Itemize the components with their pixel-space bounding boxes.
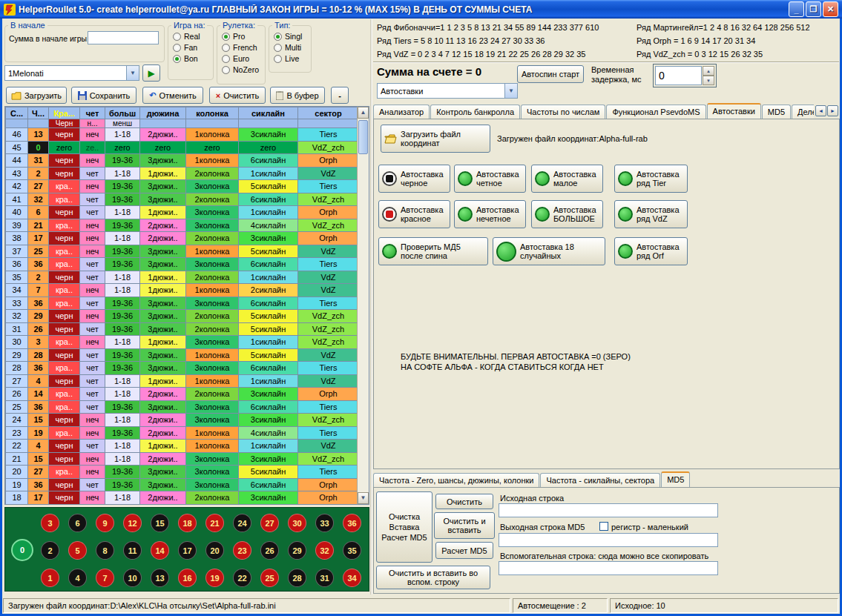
tab-division[interactable]: Делени bbox=[792, 105, 814, 119]
radio-euro[interactable]: Euro bbox=[222, 54, 263, 63]
md5-clear-button[interactable]: Очистить bbox=[435, 494, 493, 509]
delay-value[interactable]: 0 bbox=[655, 66, 702, 85]
tabs-scroll-right-button[interactable]: ► bbox=[827, 105, 838, 116]
save-button[interactable]: Сохранить bbox=[71, 87, 137, 104]
tab-autobets[interactable]: Автоставки bbox=[707, 103, 761, 119]
autobet-row-vdz-button[interactable]: Автоставка ряд VdZ bbox=[614, 200, 688, 228]
autospin-start-button[interactable]: Автоспин старт bbox=[517, 65, 584, 83]
tabs-scroll-left-button[interactable]: ◄ bbox=[815, 105, 826, 116]
history-row[interactable]: 3725кра..неч19-363дюжи..1колонка5сиклайн… bbox=[6, 245, 359, 258]
radio-pro[interactable]: Pro bbox=[222, 32, 263, 41]
tab-md5[interactable]: MD5 bbox=[762, 105, 791, 119]
check-md5-after-spin-button[interactable]: Проверить МД5 после спина bbox=[378, 237, 488, 265]
spinner-up-arrow[interactable]: ▲ bbox=[703, 66, 714, 76]
board-number-10[interactable]: 10 bbox=[123, 569, 142, 587]
start-button[interactable]: ▶ bbox=[142, 64, 160, 82]
history-row[interactable]: 2415черннеч1-182дюжи..3колонка3сиклайнVd… bbox=[6, 414, 359, 427]
board-number-19[interactable]: 19 bbox=[205, 569, 224, 587]
board-number-13[interactable]: 13 bbox=[151, 569, 169, 587]
board-number-6[interactable]: 6 bbox=[68, 514, 87, 532]
autobet-odd-button[interactable]: Автоставка нечетное bbox=[454, 200, 526, 228]
radio-singl[interactable]: Singl bbox=[274, 32, 309, 41]
history-row[interactable]: 2027кра..неч19-363дюжи..3колонка5сиклайн… bbox=[6, 466, 359, 479]
copy-to-buffer-button[interactable]: В буфер bbox=[270, 87, 325, 104]
tab-freq-zero-chances[interactable]: Частота - Zero, шансы, дюжины, колонки bbox=[373, 473, 539, 487]
delay-spinner[interactable]: 0 ▲ ▼ bbox=[653, 64, 717, 87]
history-row[interactable]: 3817черннеч1-182дюжи..2колонка3сиклайнOr… bbox=[6, 232, 359, 245]
preset-combobox[interactable]: 1Melonati ▼ bbox=[4, 65, 139, 81]
minimize-button[interactable]: _ bbox=[789, 1, 804, 17]
board-number-7[interactable]: 7 bbox=[96, 569, 114, 587]
radio-bon[interactable]: Bon bbox=[173, 54, 211, 63]
board-number-28[interactable]: 28 bbox=[288, 569, 306, 587]
board-number-29[interactable]: 29 bbox=[288, 541, 306, 560]
scroll-down-arrow[interactable]: ▼ bbox=[358, 492, 369, 504]
board-number-23[interactable]: 23 bbox=[233, 541, 251, 560]
board-number-9[interactable]: 9 bbox=[96, 514, 114, 532]
board-number-17[interactable]: 17 bbox=[178, 541, 197, 560]
tab-freq-sixlines-sectors[interactable]: Частота - сиклайны, сектора bbox=[540, 473, 660, 487]
board-number-26[interactable]: 26 bbox=[260, 541, 279, 560]
radio-live[interactable]: Live bbox=[274, 54, 309, 63]
history-row[interactable]: 450zeroze..zerozerozerozeroVdZ_zch bbox=[6, 141, 359, 154]
board-number-27[interactable]: 27 bbox=[260, 514, 279, 532]
spinner-down-arrow[interactable]: ▼ bbox=[703, 76, 714, 85]
history-row[interactable]: 2928чернчет19-363дюжи..1колонка5сиклайнV… bbox=[6, 348, 359, 362]
board-number-5[interactable]: 5 bbox=[68, 541, 87, 560]
history-row[interactable]: 347кра..неч1-181дюжи..1колонка2сиклайнVd… bbox=[6, 284, 359, 297]
board-number-34[interactable]: 34 bbox=[343, 569, 361, 587]
board-number-35[interactable]: 35 bbox=[343, 541, 361, 560]
board-number-15[interactable]: 15 bbox=[151, 514, 169, 532]
board-number-0[interactable]: 0 bbox=[11, 539, 33, 561]
tab-bankroll-control[interactable]: Контроль банкролла bbox=[430, 105, 520, 119]
load-coordinates-button[interactable]: Загрузить файл координат bbox=[381, 125, 490, 153]
md5-output-input[interactable] bbox=[499, 533, 718, 547]
board-number-1[interactable]: 1 bbox=[41, 569, 59, 587]
chevron-down-icon[interactable]: ▼ bbox=[504, 84, 517, 98]
tab-md5-panel[interactable]: MD5 bbox=[661, 471, 690, 487]
board-number-25[interactable]: 25 bbox=[260, 569, 279, 587]
md5-calc-button[interactable]: Расчет MD5 bbox=[435, 542, 493, 559]
autobet-row-orf-button[interactable]: Автоставка ряд Orf bbox=[614, 237, 688, 265]
tab-pseudoms[interactable]: Функционал PsevdoMS bbox=[606, 105, 705, 119]
history-row[interactable]: 1817черннеч1-182дюжи..2колонка3сиклайнOr… bbox=[6, 491, 359, 505]
board-number-24[interactable]: 24 bbox=[233, 514, 251, 532]
close-button[interactable]: ✕ bbox=[823, 1, 838, 17]
history-row[interactable]: 352чернчет1-181дюжи..2колонка1сиклайнVdZ bbox=[6, 271, 359, 284]
scroll-up-arrow[interactable]: ▲ bbox=[358, 107, 369, 119]
history-row[interactable]: 4613черннеч1-182дюжи..1колонка3сиклайнTi… bbox=[6, 128, 359, 142]
md5-clear-paste-button[interactable]: Очистить и вставить bbox=[434, 512, 495, 539]
clear-paste-aux-button[interactable]: Очистить и вставить во вспом. строку bbox=[376, 566, 490, 589]
board-number-32[interactable]: 32 bbox=[315, 541, 334, 560]
maximize-button[interactable]: ❐ bbox=[806, 1, 821, 17]
board-number-30[interactable]: 30 bbox=[288, 514, 306, 532]
aux-string-input[interactable] bbox=[499, 561, 718, 575]
radio-nozero[interactable]: NoZero bbox=[222, 65, 263, 74]
source-string-input[interactable] bbox=[499, 503, 718, 517]
autobet-even-button[interactable]: Автоставка четное bbox=[454, 165, 526, 193]
history-row[interactable]: 2319кра..неч19-362дюжи..1колонка4сиклайн… bbox=[6, 426, 359, 440]
board-number-16[interactable]: 16 bbox=[178, 569, 197, 587]
history-row[interactable]: 4132кра..чет19-363дюжи..2колонка6сиклайн… bbox=[6, 193, 359, 206]
radio-real[interactable]: Real bbox=[173, 32, 211, 41]
autobet-small-button[interactable]: Автоставка малое bbox=[531, 165, 603, 193]
board-number-4[interactable]: 4 bbox=[68, 569, 87, 587]
history-row[interactable]: 2614кра..чет1-182дюжи..2колонка3сиклайнO… bbox=[6, 388, 359, 401]
history-row[interactable]: 2836кра..чет19-363дюжи..3колонка6сиклайн… bbox=[6, 362, 359, 375]
history-row[interactable]: 1716кра..чет1-182дюжи..1колонка3сиклайнT… bbox=[6, 504, 359, 505]
tab-number-frequencies[interactable]: Частоты по числам bbox=[521, 105, 605, 119]
board-number-20[interactable]: 20 bbox=[205, 541, 224, 560]
history-row[interactable]: 3636кра..чет19-363дюжи..3колонка6сиклайн… bbox=[6, 258, 359, 271]
board-number-31[interactable]: 31 bbox=[315, 569, 334, 587]
history-row[interactable]: 3229черннеч19-363дюжи..2колонка5сиклайнV… bbox=[6, 310, 359, 323]
board-number-11[interactable]: 11 bbox=[123, 541, 142, 560]
history-row[interactable]: 224чернчет1-181дюжи..1колонка1сиклайнVdZ bbox=[6, 440, 359, 453]
board-number-14[interactable]: 14 bbox=[151, 541, 169, 560]
board-number-18[interactable]: 18 bbox=[178, 514, 197, 532]
radio-fan[interactable]: Fan bbox=[173, 43, 211, 52]
history-row[interactable]: 274чернчет1-181дюжи..1колонка1сиклайнVdZ bbox=[6, 374, 359, 388]
history-row[interactable]: 303кра..неч1-181дюжи..3колонка1сиклайнVd… bbox=[6, 336, 359, 349]
autobet-red-button[interactable]: Автоставка красное bbox=[378, 200, 450, 228]
tab-analyzer[interactable]: Анализатор bbox=[373, 105, 430, 119]
history-row[interactable]: 1936чернчет19-363дюжи..3колонка6сиклайнO… bbox=[6, 478, 359, 491]
